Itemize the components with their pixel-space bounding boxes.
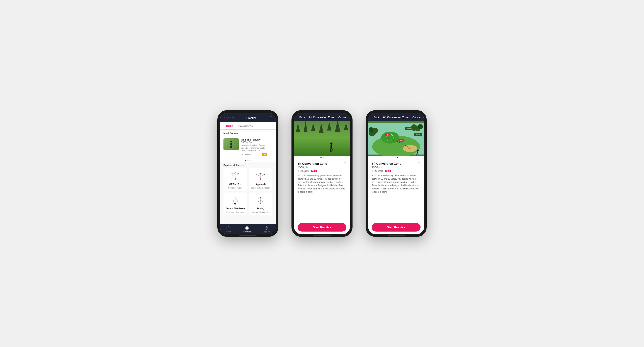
tree-4 (319, 123, 324, 133)
off-the-tee-icon (229, 171, 241, 182)
phone1-header: clippd Practice ☰ (220, 113, 276, 122)
skill-card-off-the-tee[interactable]: Off The Tee Power accuracy (224, 168, 247, 191)
svg-point-9 (238, 173, 239, 174)
nav-home[interactable]: Home (226, 226, 231, 233)
off-the-tee-icon-area (229, 171, 242, 182)
tree-5 (327, 122, 331, 131)
home-icon (226, 226, 231, 230)
nav-activities[interactable]: Activities (243, 226, 251, 233)
skill-desc-putting: Make and lag practice (251, 211, 270, 213)
svg-point-18 (264, 174, 265, 175)
featured-drill-card[interactable]: Find The Fairway Off The Tee Create an i… (220, 136, 276, 158)
nav-capture-label: Capture (263, 231, 270, 233)
phone3-cancel-button[interactable]: Cancel (412, 116, 420, 119)
p3-shots: ⏱ 20 shots (372, 170, 383, 172)
p2-fav-icon[interactable]: ♡ (344, 162, 346, 165)
golfer-body (230, 143, 232, 146)
phone-2: ‹ Back 6ft Conversion Zone Cancel (292, 110, 352, 237)
putting-icon (255, 195, 267, 206)
phone2-footer: Start Practice (294, 221, 350, 234)
photo-trees (294, 123, 350, 133)
phone1-body: Most Popular (220, 130, 276, 224)
phone3-back-button[interactable]: ‹ Back (372, 116, 379, 119)
p2-clock-icon: ⏱ (298, 170, 300, 172)
drill-meta: ⏱ 10 shots OTT (241, 153, 267, 156)
skill-card-putting[interactable]: Putting Make and lag practice (249, 192, 272, 215)
capture-icon (264, 226, 268, 230)
start-practice-button-2[interactable]: Start Practice (298, 223, 346, 232)
svg-point-21 (258, 175, 258, 176)
phone3-back-label: Back (374, 116, 379, 119)
nav-home-label: Home (226, 231, 231, 233)
svg-point-46 (265, 226, 268, 229)
activities-icon (245, 226, 249, 230)
drill-subtitle: Off The Tee (241, 141, 267, 144)
nav-capture[interactable]: Capture (263, 226, 270, 233)
tab-favourites[interactable]: Favourites (236, 122, 256, 129)
golfer-leg-left (230, 146, 231, 148)
skill-name-ott: Off The Tee (229, 183, 241, 185)
svg-point-29 (237, 201, 238, 202)
svg-line-16 (257, 173, 260, 175)
photo-golfer-body (330, 145, 332, 149)
phones-container: clippd Practice ☰ Drills Favourites Most… (217, 110, 427, 237)
favourite-icon[interactable]: ♡ (270, 138, 272, 156)
svg-point-6 (235, 172, 236, 173)
p3-title-text: 6ft Conversion Zone (372, 162, 401, 165)
svg-point-28 (233, 200, 234, 201)
approach-icon-area (254, 171, 267, 182)
cancel-button[interactable]: Cancel (338, 116, 346, 119)
tree-7 (344, 123, 348, 130)
tab-drills[interactable]: Drills (224, 122, 236, 129)
skill-name-atg: Around The Green (226, 207, 245, 210)
phone3-dots (368, 156, 424, 159)
most-popular-label: Most Popular (220, 130, 276, 136)
skill-desc-atg: Hone your short game (226, 211, 245, 213)
svg-text:ROUGH: ROUGH (416, 134, 420, 135)
svg-point-42 (246, 229, 247, 230)
skill-card-around-green[interactable]: Around The Green Hone your short game (224, 192, 247, 215)
p3-tag-arg: ARG (385, 170, 391, 172)
back-chevron: ‹ (298, 116, 298, 119)
skill-desc-approach: Dial-in to hit the green (251, 187, 270, 189)
svg-point-39 (258, 198, 258, 199)
skill-desc-ott: Power accuracy (228, 187, 242, 189)
menu-icon[interactable]: ☰ (269, 116, 272, 120)
p2-tag-arg: ARG (311, 170, 317, 172)
nav-activities-label: Activities (243, 231, 251, 233)
drill-info: Find The Fairway Off The Tee Create an i… (241, 138, 267, 156)
phone2-header-title: 6ft Conversion Zone (309, 116, 334, 119)
p2-dot-1 (320, 157, 322, 158)
svg-rect-70 (416, 154, 417, 155)
p3-fav-icon[interactable]: ♡ (418, 162, 420, 165)
dot-2 (248, 160, 248, 161)
tree-3 (311, 123, 316, 131)
golfer-figure (229, 141, 233, 148)
svg-line-24 (235, 198, 237, 200)
p3-drill-title: 6ft Conversion Zone ♡ (372, 162, 420, 165)
back-label: Back (299, 116, 305, 119)
tree-1 (296, 123, 300, 132)
course-svg: Hit Miss FAIRWAY ROUGH SAND (368, 121, 424, 156)
skill-areas-section: Explore skill areas (220, 162, 276, 217)
phone2-dots (294, 156, 350, 159)
p2-description: 20 shots are randomly generated at dista… (298, 174, 346, 194)
drill-thumb-image (224, 138, 239, 150)
skill-card-approach[interactable]: Approach Dial-in to hit the green (249, 168, 272, 191)
start-practice-button-3[interactable]: Start Practice (372, 223, 420, 232)
back-button[interactable]: ‹ Back (298, 116, 305, 119)
svg-rect-69 (417, 151, 418, 153)
svg-point-44 (248, 228, 249, 228)
svg-text:SAND: SAND (408, 148, 412, 150)
p2-drill-title: 6ft Conversion Zone ♡ (298, 162, 346, 165)
svg-point-37 (262, 201, 263, 202)
skill-name-putting: Putting (257, 207, 264, 210)
around-green-icon-area (229, 195, 242, 206)
drill-shots: ⏱ 10 shots (241, 153, 251, 156)
bottom-nav: Home Activities (220, 224, 276, 234)
photo-golfer-head (330, 143, 332, 145)
drill-tag-ott: OTT (262, 153, 267, 156)
svg-point-8 (232, 175, 233, 175)
tabs-bar: Drills Favourites (220, 122, 276, 130)
phone-3: ‹ Back 6ft Conversion Zone Cancel (366, 110, 427, 237)
